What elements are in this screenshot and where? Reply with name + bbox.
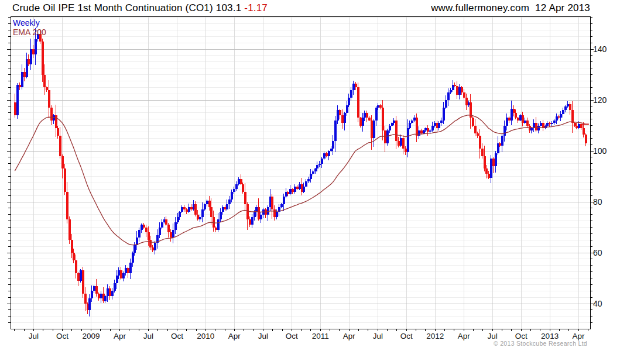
candle-up bbox=[283, 197, 285, 204]
candle-down bbox=[165, 219, 167, 225]
candle-down bbox=[43, 75, 46, 88]
candle-up bbox=[530, 128, 533, 130]
candle-down bbox=[420, 130, 423, 133]
y-axis-label: 140 bbox=[593, 44, 607, 54]
x-axis-label: Jul bbox=[258, 332, 268, 340]
candle-down bbox=[427, 128, 429, 132]
chart-title: Crude Oil IPE 1st Month Continuation (CO… bbox=[12, 2, 268, 14]
candle-up bbox=[138, 230, 141, 238]
candle-up bbox=[431, 126, 434, 131]
candle-down bbox=[84, 294, 87, 304]
candle-up bbox=[373, 121, 375, 138]
candle-up bbox=[174, 222, 177, 230]
candle-up bbox=[254, 212, 256, 217]
candle-down bbox=[183, 207, 186, 209]
candle-down bbox=[208, 201, 211, 207]
candlestick-chart: JulOct2009AprJulOct2010AprJulOct2011AprJ… bbox=[0, 0, 644, 351]
candle-down bbox=[242, 184, 244, 192]
x-axis-label: Jul bbox=[143, 332, 153, 340]
y-axis-label: 80 bbox=[593, 197, 602, 207]
candle-down bbox=[456, 86, 458, 95]
candle-up bbox=[560, 114, 562, 118]
candle-up bbox=[314, 168, 317, 171]
candle-down bbox=[522, 115, 524, 123]
x-axis-label: Jul bbox=[488, 332, 498, 340]
candle-down bbox=[57, 128, 59, 136]
candle-up bbox=[141, 225, 143, 230]
candle-down bbox=[271, 197, 273, 209]
candle-down bbox=[398, 141, 400, 146]
candle-down bbox=[73, 253, 75, 260]
candle-up bbox=[199, 217, 201, 219]
candle-down bbox=[580, 124, 583, 128]
date-label: 12 Apr 2013 bbox=[535, 2, 590, 14]
candle-down bbox=[287, 192, 289, 194]
chart-title-text: Crude Oil IPE 1st Month Continuation (CO… bbox=[12, 2, 244, 13]
x-axis-label: 2009 bbox=[82, 332, 100, 340]
candle-down bbox=[120, 270, 122, 278]
candle-down bbox=[273, 209, 276, 217]
legend-timeframe: Weekly bbox=[13, 18, 46, 27]
candle-up bbox=[201, 209, 204, 217]
candle-down bbox=[472, 118, 474, 125]
x-axis-label: Oct bbox=[286, 332, 298, 340]
candle-up bbox=[260, 215, 262, 220]
candle-up bbox=[346, 105, 348, 113]
candle-down bbox=[402, 138, 405, 148]
x-axis-label: Jul bbox=[373, 332, 383, 340]
candle-up bbox=[323, 153, 326, 159]
candle-down bbox=[240, 179, 242, 184]
y-axis-labels: 406080100120140 bbox=[593, 44, 607, 308]
chart-window: Crude Oil IPE 1st Month Continuation (CO… bbox=[0, 0, 644, 351]
candle-down bbox=[23, 72, 26, 77]
x-axis-label: Apr bbox=[343, 332, 356, 340]
candle-up bbox=[438, 123, 440, 128]
candle-down bbox=[454, 85, 456, 86]
candle-down bbox=[75, 260, 77, 273]
candle-up bbox=[132, 253, 134, 263]
candle-up bbox=[310, 174, 312, 179]
candle-up bbox=[238, 179, 240, 184]
candle-up bbox=[299, 184, 301, 190]
candle-up bbox=[21, 72, 23, 87]
candle-down bbox=[477, 133, 479, 136]
candle-up bbox=[424, 128, 427, 130]
y-axis-label: 40 bbox=[593, 299, 602, 308]
candle-up bbox=[344, 113, 346, 123]
candle-down bbox=[292, 189, 294, 191]
candle-down bbox=[326, 153, 328, 156]
candle-up bbox=[391, 123, 393, 125]
candle-up bbox=[445, 100, 447, 108]
x-axis-label: Apr bbox=[573, 332, 585, 340]
candle-down bbox=[145, 228, 148, 233]
candle-up bbox=[35, 39, 37, 54]
candle-down bbox=[474, 126, 477, 133]
candle-down bbox=[143, 225, 145, 227]
candle-up bbox=[88, 298, 91, 310]
candle-up bbox=[154, 243, 156, 250]
candle-up bbox=[91, 291, 93, 298]
candle-up bbox=[305, 181, 307, 187]
candle-up bbox=[111, 291, 114, 296]
candle-up bbox=[161, 222, 163, 228]
candle-down bbox=[479, 136, 481, 149]
candle-down bbox=[576, 126, 578, 128]
x-axis-label: Apr bbox=[228, 332, 241, 340]
candle-up bbox=[443, 108, 445, 121]
candle-down bbox=[167, 225, 170, 232]
candle-down bbox=[395, 121, 398, 141]
candle-down bbox=[68, 219, 71, 240]
candle-down bbox=[258, 207, 260, 220]
x-axis-label: Oct bbox=[515, 332, 527, 340]
candle-up bbox=[231, 192, 233, 199]
candle-up bbox=[350, 90, 352, 98]
candle-up bbox=[204, 204, 206, 209]
candle-down bbox=[197, 215, 199, 220]
candle-up bbox=[364, 113, 366, 118]
candle-up bbox=[172, 230, 174, 238]
candle-up bbox=[440, 121, 443, 123]
candle-up bbox=[511, 109, 513, 121]
candle-up bbox=[458, 87, 461, 95]
candle-up bbox=[540, 123, 542, 125]
candle-up bbox=[578, 124, 580, 128]
